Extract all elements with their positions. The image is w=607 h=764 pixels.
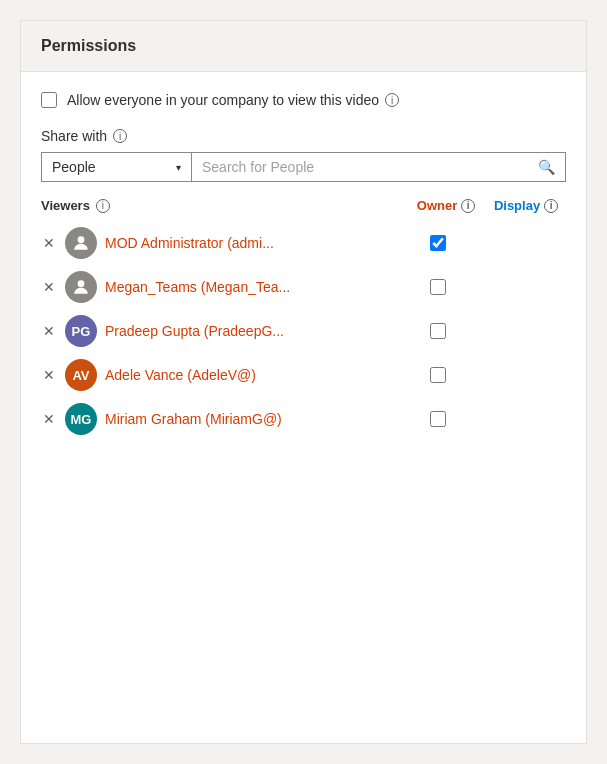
people-list: ✕ MOD Administrator (admi... <box>41 221 566 441</box>
owner-checkbox[interactable] <box>430 323 446 339</box>
table-row: ✕ AV Adele Vance (AdeleV@) <box>41 353 566 397</box>
viewers-section: Viewers i Owner i Display i ✕ <box>41 198 566 441</box>
avatar <box>65 271 97 303</box>
search-icon[interactable]: 🔍 <box>538 159 555 175</box>
share-with-controls: People ▾ 🔍 <box>41 152 566 182</box>
table-row: ✕ MOD Administrator (admi... <box>41 221 566 265</box>
viewers-header: Viewers i Owner i Display i <box>41 198 566 221</box>
panel-title: Permissions <box>41 37 566 55</box>
owner-checkbox[interactable] <box>430 279 446 295</box>
remove-button[interactable]: ✕ <box>41 367 57 383</box>
share-with-section: Share with i People ▾ 🔍 <box>41 128 566 182</box>
svg-point-1 <box>78 280 85 287</box>
owner-column-header: Owner i <box>406 198 486 213</box>
allow-everyone-info-icon[interactable]: i <box>385 93 399 107</box>
dropdown-selected-text: People <box>52 159 96 175</box>
person-name: Adele Vance (AdeleV@) <box>105 367 390 383</box>
avatar <box>65 227 97 259</box>
allow-everyone-checkbox[interactable] <box>41 92 57 108</box>
owner-checkbox[interactable] <box>430 235 446 251</box>
display-column-header: Display i <box>486 198 566 213</box>
owner-checkbox-cell <box>398 323 478 339</box>
owner-info-icon[interactable]: i <box>461 199 475 213</box>
owner-checkbox[interactable] <box>430 411 446 427</box>
table-row: ✕ Megan_Teams (Megan_Tea... <box>41 265 566 309</box>
person-name: MOD Administrator (admi... <box>105 235 390 251</box>
remove-button[interactable]: ✕ <box>41 323 57 339</box>
viewers-info-icon[interactable]: i <box>96 199 110 213</box>
viewers-label: Viewers <box>41 198 90 213</box>
table-row: ✕ MG Miriam Graham (MiriamG@) <box>41 397 566 441</box>
panel-header: Permissions <box>21 21 586 72</box>
person-name: Megan_Teams (Megan_Tea... <box>105 279 390 295</box>
svg-point-0 <box>78 236 85 243</box>
chevron-down-icon: ▾ <box>176 162 181 173</box>
display-info-icon[interactable]: i <box>544 199 558 213</box>
permissions-panel: Permissions Allow everyone in your compa… <box>20 20 587 744</box>
owner-checkbox-cell <box>398 235 478 251</box>
owner-checkbox-cell <box>398 411 478 427</box>
share-with-info-icon[interactable]: i <box>113 129 127 143</box>
remove-button[interactable]: ✕ <box>41 411 57 427</box>
person-name: Miriam Graham (MiriamG@) <box>105 411 390 427</box>
remove-button[interactable]: ✕ <box>41 279 57 295</box>
allow-everyone-row: Allow everyone in your company to view t… <box>41 92 566 108</box>
panel-body: Allow everyone in your company to view t… <box>21 72 586 461</box>
table-row: ✕ PG Pradeep Gupta (PradeepG... <box>41 309 566 353</box>
remove-button[interactable]: ✕ <box>41 235 57 251</box>
allow-everyone-label: Allow everyone in your company to view t… <box>67 92 399 108</box>
person-name: Pradeep Gupta (PradeepG... <box>105 323 390 339</box>
owner-checkbox-cell <box>398 367 478 383</box>
owner-checkbox[interactable] <box>430 367 446 383</box>
share-with-dropdown[interactable]: People ▾ <box>42 153 192 181</box>
owner-checkbox-cell <box>398 279 478 295</box>
avatar: AV <box>65 359 97 391</box>
search-container: 🔍 <box>192 153 565 181</box>
avatar: PG <box>65 315 97 347</box>
avatar: MG <box>65 403 97 435</box>
viewers-header-left: Viewers i <box>41 198 406 213</box>
search-input[interactable] <box>202 159 532 175</box>
share-with-label: Share with i <box>41 128 566 144</box>
